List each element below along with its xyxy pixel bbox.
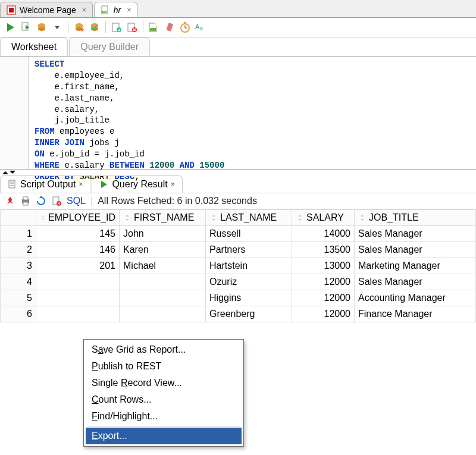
tab-script-output[interactable]: Script Output × — [0, 175, 90, 193]
svg-rect-28 — [166, 23, 173, 32]
table-row[interactable]: 3201MichaelHartstein13000Marketing Manag… — [1, 258, 476, 274]
separator — [68, 21, 68, 33]
svg-text:SQL: SQL — [103, 10, 108, 13]
results-grid[interactable]: EMPLOYEE_ID FIRST_NAME LAST_NAME SALARY … — [0, 209, 476, 322]
result-tabs: Script Output × Query Result × — [0, 175, 476, 193]
table-row[interactable]: 6Greenberg12000Finance Manager — [1, 306, 476, 322]
svg-marker-49 — [42, 218, 44, 219]
script-output-icon — [8, 180, 17, 189]
separator — [105, 21, 106, 33]
svg-text:×: × — [81, 27, 84, 33]
editor-gutter — [0, 57, 29, 169]
splitter[interactable] — [0, 170, 476, 175]
oracle-icon — [7, 5, 16, 15]
svg-marker-56 — [361, 215, 364, 216]
table-row[interactable]: 2146KarenPartners13500Sales Manager — [1, 242, 476, 258]
case-icon[interactable]: Aa — [195, 21, 206, 33]
svg-text:A: A — [195, 23, 200, 30]
main-toolbar: × Aa — [0, 18, 476, 37]
tab-query-builder[interactable]: Query Builder — [69, 37, 150, 56]
svg-point-10 — [38, 27, 45, 31]
dropdown-icon[interactable] — [51, 21, 63, 33]
print-icon[interactable] — [20, 196, 31, 206]
tab-hr[interactable]: SQL hr × — [94, 2, 137, 17]
svg-marker-11 — [55, 26, 60, 29]
delete-result-icon[interactable] — [51, 196, 62, 206]
svg-marker-43 — [39, 196, 43, 198]
table-header-row: EMPLOYEE_ID FIRST_NAME LAST_NAME SALARY … — [1, 210, 476, 226]
svg-rect-1 — [9, 8, 14, 12]
explain-plan-icon[interactable] — [36, 21, 48, 33]
col-employee-id[interactable]: EMPLOYEE_ID — [36, 210, 120, 226]
results-grid-wrapper: EMPLOYEE_ID FIRST_NAME LAST_NAME SALARY … — [0, 209, 476, 322]
separator — [143, 21, 143, 33]
commit-icon[interactable] — [89, 21, 101, 33]
run-icon[interactable] — [5, 21, 17, 33]
tab-worksheet[interactable]: Worksheet — [0, 37, 68, 56]
svg-rect-42 — [23, 202, 28, 205]
svg-marker-39 — [101, 181, 107, 188]
svg-marker-55 — [298, 219, 302, 221]
col-first-name[interactable]: FIRST_NAME — [120, 210, 206, 226]
tab-hr-label: hr — [114, 5, 121, 15]
autotrace-icon[interactable]: × — [73, 21, 85, 33]
svg-marker-51 — [126, 219, 129, 221]
sql-history-icon[interactable] — [148, 21, 160, 33]
svg-rect-32 — [184, 22, 186, 23]
col-last-name[interactable]: LAST_NAME — [206, 210, 292, 226]
svg-rect-26 — [150, 28, 156, 31]
sql-link[interactable]: SQL — [67, 196, 86, 206]
svg-marker-52 — [212, 215, 215, 216]
close-icon[interactable]: × — [79, 180, 83, 189]
refresh-icon[interactable] — [36, 196, 46, 206]
tab-query-result-label: Query Result — [112, 179, 167, 190]
sql-editor[interactable]: SELECT e.employee_id, e.first_name, e.la… — [0, 57, 476, 170]
rownum-header[interactable] — [1, 210, 36, 226]
status-text: All Rows Fetched: 6 in 0.032 seconds — [98, 196, 257, 206]
svg-marker-48 — [42, 215, 44, 216]
run-script-icon[interactable] — [20, 21, 32, 33]
close-icon[interactable]: × — [82, 6, 86, 14]
svg-marker-57 — [361, 219, 364, 221]
tab-welcome[interactable]: Welcome Page × — [0, 2, 93, 17]
svg-point-27 — [155, 23, 158, 26]
worksheet-tabs: Worksheet Query Builder — [0, 37, 476, 57]
col-job-title[interactable]: JOB_TITLE — [355, 210, 476, 226]
file-tabs: Welcome Page × SQL hr × — [0, 0, 476, 18]
svg-marker-50 — [126, 215, 129, 216]
svg-marker-54 — [298, 215, 302, 216]
run-icon — [99, 180, 109, 189]
close-icon[interactable]: × — [127, 6, 131, 14]
tab-welcome-label: Welcome Page — [20, 5, 76, 15]
svg-marker-53 — [212, 219, 215, 221]
table-row[interactable]: 5Higgins12000Accounting Manager — [1, 290, 476, 306]
tab-query-result[interactable]: Query Result × — [92, 175, 182, 193]
clear-icon[interactable] — [164, 21, 176, 33]
svg-text:a: a — [200, 26, 203, 32]
svg-rect-41 — [23, 197, 28, 200]
svg-marker-5 — [7, 23, 14, 32]
editor-code[interactable]: SELECT e.employee_id, e.first_name, e.la… — [29, 57, 476, 169]
sql-file-icon: SQL — [101, 5, 110, 15]
unshared-icon[interactable] — [126, 21, 138, 33]
close-icon[interactable]: × — [171, 180, 175, 189]
table-row[interactable]: 1145JohnRussell14000Sales Manager — [1, 226, 476, 242]
pin-icon[interactable] — [5, 196, 15, 206]
timing-icon[interactable] — [179, 21, 191, 33]
tab-script-output-label: Script Output — [20, 179, 76, 190]
rollback-icon[interactable] — [111, 21, 123, 33]
table-row[interactable]: 4Ozuriz12000Sales Manager — [1, 274, 476, 290]
col-salary[interactable]: SALARY — [292, 210, 355, 226]
result-toolbar: SQL | All Rows Fetched: 6 in 0.032 secon… — [0, 193, 476, 209]
